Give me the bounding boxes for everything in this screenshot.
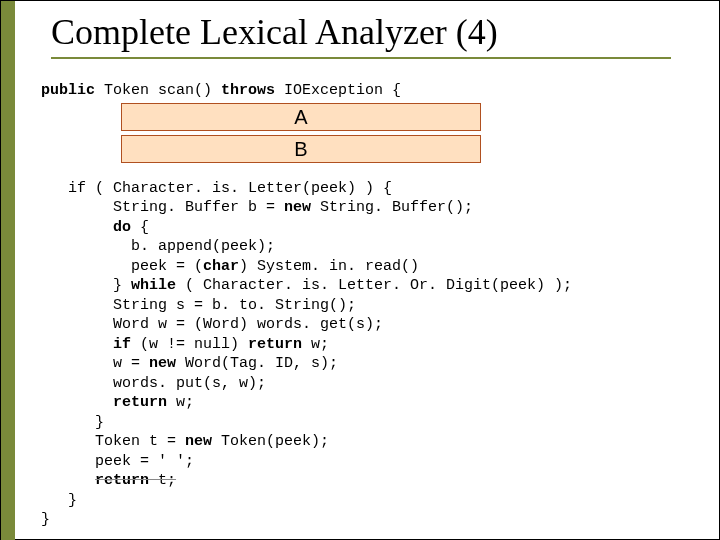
code-text: String s = b. to. String(); (41, 297, 356, 314)
kw-new: new (284, 199, 311, 216)
code-text: } (41, 511, 50, 528)
code-text: Token t = (41, 433, 185, 450)
code-text: b. append(peek); (41, 238, 275, 255)
code-text: peek = ' '; (41, 453, 194, 470)
code-text: String. Buffer b = (41, 199, 284, 216)
kw-char: char (203, 258, 239, 275)
code-text (41, 472, 95, 489)
code-text: if ( Character. is. Letter(peek) ) { (41, 180, 392, 197)
placeholder-box-b: B (121, 135, 481, 163)
code-text: } (41, 492, 77, 509)
code-text (41, 219, 113, 236)
code-text: Token scan() (95, 82, 221, 99)
kw-if: if (113, 336, 131, 353)
code-text: IOException { (275, 82, 401, 99)
code-text: w; (302, 336, 329, 353)
kw-return-struck: return (95, 472, 149, 489)
code-text: Word(Tag. ID, s); (176, 355, 338, 372)
kw-new: new (149, 355, 176, 372)
kw-public: public (41, 82, 95, 99)
kw-return: return (113, 394, 167, 411)
accent-bar (1, 1, 15, 540)
kw-return: return (248, 336, 302, 353)
code-text-struck: t; (149, 472, 176, 489)
kw-while: while (131, 277, 176, 294)
slide-title: Complete Lexical Analyzer (4) (51, 11, 671, 59)
code-text (41, 394, 113, 411)
code-text: ( Character. is. Letter. Or. Digit(peek)… (176, 277, 572, 294)
code-text: w = (41, 355, 149, 372)
code-text: } (41, 414, 104, 431)
code-text: String. Buffer(); (311, 199, 473, 216)
code-text: Word w = (Word) words. get(s); (41, 316, 383, 333)
kw-new: new (185, 433, 212, 450)
kw-do: do (113, 219, 131, 236)
code-text: Token(peek); (212, 433, 329, 450)
code-text: words. put(s, w); (41, 375, 266, 392)
code-text: (w != null) (131, 336, 248, 353)
code-text: } (41, 277, 131, 294)
code-text: w; (167, 394, 194, 411)
code-text: peek = ( (41, 258, 203, 275)
code-text (41, 336, 113, 353)
code-text: ) System. in. read() (239, 258, 419, 275)
code-text: { (131, 219, 149, 236)
slide: Complete Lexical Analyzer (4) public Tok… (0, 0, 720, 540)
placeholder-box-a: A (121, 103, 481, 131)
kw-throws: throws (221, 82, 275, 99)
